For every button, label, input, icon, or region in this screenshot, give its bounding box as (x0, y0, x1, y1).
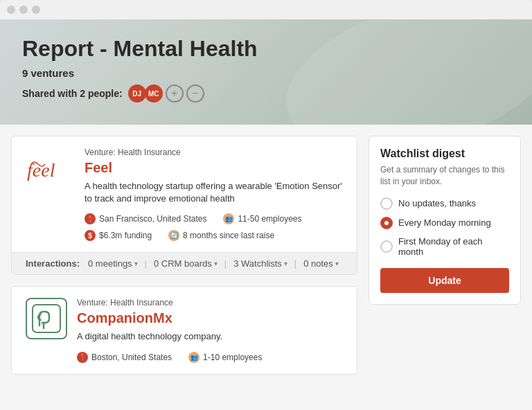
venture-card-companion: Venture: Health Insurance CompanionMx A … (11, 286, 357, 374)
companion-venture-details: 📍 Boston, United States 👥 1-10 employees (77, 352, 343, 363)
feel-employees-text: 11-50 employees (238, 214, 301, 224)
feel-raise-text: 8 months since last raise (183, 231, 274, 240)
left-column: feel Venture: Health Insurance Feel A he… (11, 136, 357, 410)
radio-every-monday-label: Every Monday morning (398, 217, 491, 228)
companion-location-icon: 📍 (77, 352, 88, 363)
feel-last-raise: 🔄 8 months since last raise (168, 230, 274, 241)
feel-location: 📍 San Francisco, United States (85, 213, 206, 224)
companion-employees: 👥 1-10 employees (188, 352, 262, 363)
feel-venture-type: Venture: Health Insurance (85, 148, 343, 157)
radio-no-updates-circle (380, 197, 393, 210)
svg-rect-1 (33, 305, 60, 332)
funding-icon: $ (85, 230, 96, 241)
page-title: Report - Mental Health (22, 36, 510, 62)
titlebar-dot-1 (7, 6, 15, 14)
watchlist-title: Watchlist digest (380, 148, 509, 160)
radio-no-updates-label: No updates, thanks (398, 198, 476, 208)
location-icon: 📍 (85, 213, 96, 224)
interactions-bar: Interactions: 0 meetings ▾ | 0 CRM board… (12, 252, 357, 274)
venture-card-feel: feel Venture: Health Insurance Feel A he… (11, 136, 357, 275)
radio-group: No updates, thanks Every Monday morning … (380, 197, 509, 257)
radio-first-monday[interactable]: First Monday of each month (380, 236, 509, 257)
feel-employees: 👥 11-50 employees (223, 213, 301, 224)
feel-funding-text: $6.3m funding (99, 231, 152, 240)
companion-venture-name[interactable]: CompanionMx (77, 310, 343, 326)
feel-logo-text: feel (26, 150, 64, 189)
companion-location-text: Boston, United States (91, 353, 172, 362)
shared-info: Shared with 2 people: DJ MC + − (22, 84, 510, 102)
titlebar (0, 0, 532, 19)
radio-every-monday[interactable]: Every Monday morning (380, 217, 509, 229)
hero-banner: Report - Mental Health 9 ventures Shared… (0, 19, 532, 125)
notes-count: 0 notes (303, 258, 333, 269)
feel-funding: $ $6.3m funding (85, 230, 152, 241)
avatar-mc: MC (145, 84, 163, 102)
interactions-label: Interactions: (26, 258, 80, 269)
crm-chevron: ▾ (214, 260, 218, 267)
watchlists-count: 3 Watchlists (233, 258, 282, 269)
titlebar-dot-2 (19, 6, 28, 14)
companion-employees-icon: 👥 (188, 352, 200, 363)
watchlist-description: Get a summary of changes to this list in… (380, 164, 509, 188)
radio-every-monday-circle (380, 217, 393, 229)
watchlists-chevron: ▾ (284, 260, 287, 267)
feel-venture-name[interactable]: Feel (85, 160, 343, 176)
companion-employees-text: 1-10 employees (203, 353, 262, 362)
crm-count: 0 CRM boards (154, 258, 212, 269)
titlebar-dot-3 (32, 6, 40, 14)
shared-label: Shared with 2 people: (22, 88, 123, 99)
companion-venture-desc: A digital health technology company. (77, 330, 343, 343)
companion-logo (26, 298, 67, 339)
feel-info: Venture: Health Insurance Feel A health … (85, 148, 343, 241)
feel-logo: feel (26, 150, 64, 189)
feel-venture-desc: A health technology startup offering a w… (85, 180, 343, 205)
ventures-count: 9 ventures (22, 67, 510, 79)
avatar-dj: DJ (128, 84, 146, 102)
right-column: Watchlist digest Get a summary of change… (369, 136, 521, 410)
update-button[interactable]: Update (380, 268, 509, 293)
companion-info: Venture: Health Insurance CompanionMx A … (77, 298, 343, 362)
crm-dropdown[interactable]: 0 CRM boards ▾ (151, 258, 220, 269)
venture-card-companion-body: Venture: Health Insurance CompanionMx A … (12, 287, 357, 373)
radio-first-monday-circle (380, 240, 393, 253)
venture-card-feel-body: feel Venture: Health Insurance Feel A he… (12, 136, 357, 252)
radio-first-monday-label: First Monday of each month (398, 236, 509, 257)
main-content: feel Venture: Health Insurance Feel A he… (0, 125, 532, 410)
watchlist-panel: Watchlist digest Get a summary of change… (369, 136, 521, 305)
feel-venture-details: 📍 San Francisco, United States 👥 11-50 e… (85, 213, 343, 241)
feel-location-text: San Francisco, United States (99, 214, 206, 224)
avatar-group: DJ MC + − (128, 84, 204, 102)
raise-icon: 🔄 (168, 230, 179, 241)
meetings-count: 0 meetings (88, 258, 132, 269)
notes-dropdown[interactable]: 0 notes ▾ (301, 258, 342, 269)
meetings-dropdown[interactable]: 0 meetings ▾ (85, 258, 141, 269)
companion-venture-type: Venture: Health Insurance (77, 298, 343, 308)
radio-no-updates[interactable]: No updates, thanks (380, 197, 509, 210)
watchlists-dropdown[interactable]: 3 Watchlists ▾ (231, 258, 290, 269)
meetings-chevron: ▾ (134, 260, 138, 267)
employees-icon: 👥 (223, 213, 234, 224)
remove-person-button[interactable]: − (186, 84, 204, 102)
svg-text:feel: feel (27, 159, 55, 181)
notes-chevron: ▾ (335, 260, 339, 267)
add-person-button[interactable]: + (166, 84, 184, 102)
companion-location: 📍 Boston, United States (77, 352, 172, 363)
